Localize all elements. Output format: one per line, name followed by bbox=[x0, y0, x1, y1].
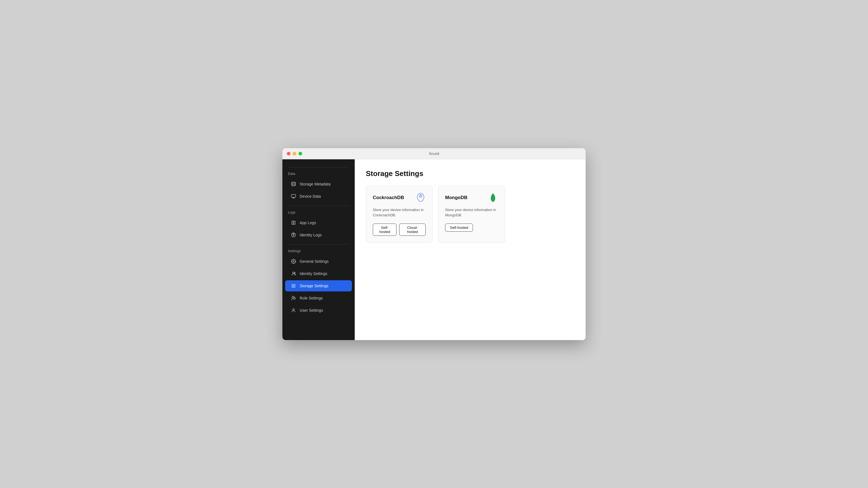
sidebar: Data Storage Metadata Device Data Logs bbox=[282, 159, 355, 340]
identity-logs-icon bbox=[291, 232, 296, 238]
cockroachdb-self-hosted-button[interactable]: Self-hosted bbox=[373, 224, 397, 236]
sidebar-mid-divider1 bbox=[288, 206, 349, 206]
mongodb-description: Store your device information in MongoDB bbox=[445, 207, 498, 218]
svg-point-5 bbox=[293, 272, 294, 273]
mongodb-buttons: Self-hosted bbox=[445, 224, 498, 232]
sidebar-label-identity-logs: Identity Logs bbox=[300, 233, 321, 237]
app-logs-icon bbox=[291, 220, 296, 226]
svg-point-13 bbox=[420, 194, 421, 195]
sidebar-item-identity-settings[interactable]: Identity Settings bbox=[285, 268, 352, 279]
svg-point-11 bbox=[294, 297, 295, 298]
storage-metadata-icon bbox=[291, 181, 296, 187]
mongodb-card-header: MongoDB bbox=[445, 193, 498, 203]
sidebar-item-identity-logs[interactable]: Identity Logs bbox=[285, 229, 352, 240]
app-body: Data Storage Metadata Device Data Logs bbox=[282, 159, 586, 340]
sidebar-item-device-data[interactable]: Device Data bbox=[285, 191, 352, 202]
minimize-button[interactable] bbox=[293, 152, 296, 156]
sidebar-label-role-settings: Role Settings bbox=[300, 296, 323, 300]
close-button[interactable] bbox=[287, 152, 290, 156]
sidebar-label-storage-metadata: Storage Metadata bbox=[300, 182, 331, 186]
mongodb-card: MongoDB Store your device information in… bbox=[438, 186, 505, 243]
sidebar-label-general-settings: General Settings bbox=[300, 259, 329, 264]
sidebar-item-app-logs[interactable]: App Logs bbox=[285, 217, 352, 228]
sidebar-label-user-settings: User Settings bbox=[300, 308, 323, 313]
sidebar-label-app-logs: App Logs bbox=[300, 221, 316, 225]
sidebar-mid-divider2 bbox=[288, 245, 349, 245]
sidebar-item-storage-metadata[interactable]: Storage Metadata bbox=[285, 178, 352, 190]
cockroachdb-card: CockroachDB Store your bbox=[366, 186, 433, 243]
app-window: Scurid Data Storage Metadata Device Data bbox=[282, 148, 586, 340]
sidebar-label-identity-settings: Identity Settings bbox=[300, 271, 328, 276]
svg-rect-0 bbox=[291, 182, 296, 183]
storage-settings-icon bbox=[291, 283, 296, 289]
db-cards-row: CockroachDB Store your bbox=[366, 186, 575, 243]
fullscreen-button[interactable] bbox=[299, 152, 302, 156]
sidebar-item-general-settings[interactable]: General Settings bbox=[285, 256, 352, 267]
user-settings-icon bbox=[291, 307, 296, 313]
mongodb-self-hosted-button[interactable]: Self-hosted bbox=[445, 224, 473, 232]
titlebar: Scurid bbox=[282, 148, 586, 159]
sidebar-label-storage-settings: Storage Settings bbox=[300, 284, 329, 288]
cockroachdb-buttons: Self-hosted Cloud-hosted bbox=[373, 224, 426, 236]
cockroachdb-description: Store your device information in Cockroa… bbox=[373, 207, 426, 218]
sidebar-label-device-data: Device Data bbox=[300, 194, 321, 199]
cockroachdb-logo bbox=[416, 193, 426, 203]
sidebar-item-storage-settings[interactable]: Storage Settings bbox=[285, 280, 352, 291]
data-section-label: Data bbox=[282, 171, 355, 178]
main-content: Storage Settings CockroachDB bbox=[355, 159, 586, 340]
identity-settings-icon bbox=[291, 271, 296, 276]
page-title: Storage Settings bbox=[366, 169, 575, 178]
svg-point-12 bbox=[293, 308, 294, 310]
svg-point-10 bbox=[292, 296, 294, 298]
sidebar-item-user-settings[interactable]: User Settings bbox=[285, 305, 352, 316]
mongodb-name: MongoDB bbox=[445, 195, 467, 200]
svg-rect-1 bbox=[291, 194, 296, 197]
window-title: Scurid bbox=[429, 152, 439, 156]
role-settings-icon bbox=[291, 295, 296, 301]
mongodb-logo bbox=[488, 193, 498, 203]
logs-section-label: Logs bbox=[282, 209, 355, 217]
cockroachdb-card-header: CockroachDB bbox=[373, 193, 426, 203]
cockroachdb-cloud-hosted-button[interactable]: Cloud-hosted bbox=[399, 224, 426, 236]
device-data-icon bbox=[291, 194, 296, 199]
sidebar-top-divider bbox=[288, 167, 349, 167]
traffic-lights bbox=[287, 152, 302, 156]
settings-section-label: Settings bbox=[282, 248, 355, 255]
sidebar-item-role-settings[interactable]: Role Settings bbox=[285, 293, 352, 304]
svg-point-6 bbox=[294, 272, 295, 273]
general-settings-icon bbox=[291, 259, 296, 264]
cockroachdb-name: CockroachDB bbox=[373, 195, 404, 200]
svg-point-4 bbox=[293, 261, 294, 262]
